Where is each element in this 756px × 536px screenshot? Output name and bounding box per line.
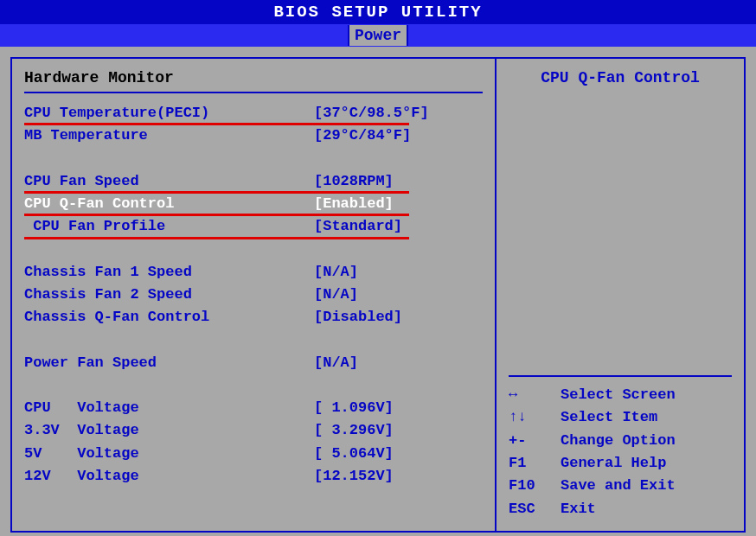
setting-label: 5V Voltage (24, 443, 314, 465)
help-title: CPU Q-Fan Control (509, 69, 732, 86)
rows-container: CPU Temperature(PECI)[37°C/98.5°F]MB Tem… (24, 102, 483, 488)
setting-row[interactable]: 5V Voltage[ 5.064V] (24, 443, 483, 465)
setting-label: CPU Fan Speed (24, 170, 314, 193)
setting-row[interactable]: CPU Temperature(PECI)[37°C/98.5°F] (24, 102, 483, 124)
red-underline (24, 191, 409, 194)
setting-row[interactable]: 12V Voltage[12.152V] (24, 465, 483, 488)
help-divider (509, 375, 732, 377)
setting-value: [Enabled] (314, 193, 394, 215)
setting-value: [Standard] (314, 215, 402, 238)
key-hints: ↔Select Screen↑↓Select Item+-Change Opti… (509, 375, 732, 520)
setting-value: [ 3.296V] (314, 419, 394, 442)
setting-value: [N/A] (314, 284, 358, 306)
setting-value: [ 1.096V] (314, 397, 394, 419)
key-hint-row: ↔Select Screen (509, 384, 732, 406)
key-desc: Select Item (561, 406, 657, 429)
setting-row[interactable]: CPU Q-Fan Control[Enabled] (24, 193, 483, 215)
key-hint-row: ↑↓Select Item (509, 406, 732, 429)
setting-row[interactable]: CPU Voltage[ 1.096V] (24, 397, 483, 419)
bios-title-bar: BIOS SETUP UTILITY (0, 0, 756, 24)
setting-value: [Disabled] (314, 306, 402, 329)
setting-row[interactable]: Power Fan Speed[N/A] (24, 352, 483, 374)
setting-row[interactable]: Chassis Fan 2 Speed[N/A] (24, 284, 483, 306)
key-label: ↔ (509, 384, 561, 406)
setting-row[interactable]: Chassis Q-Fan Control[Disabled] (24, 306, 483, 329)
key-desc: Change Option (561, 430, 676, 452)
setting-label: 3.3V Voltage (24, 419, 314, 442)
setting-value: [12.152V] (314, 465, 394, 488)
setting-label: CPU Q-Fan Control (24, 193, 314, 215)
setting-label: Chassis Fan 1 Speed (24, 261, 314, 284)
key-label: ↑↓ (509, 406, 561, 429)
key-label: +- (509, 430, 561, 452)
key-desc: Save and Exit (561, 475, 676, 497)
settings-panel: Hardware Monitor CPU Temperature(PECI)[3… (10, 57, 495, 533)
key-hint-row: +-Change Option (509, 430, 732, 452)
setting-label: Power Fan Speed (24, 352, 314, 374)
setting-label: CPU Fan Profile (24, 215, 314, 238)
row-spacer (24, 374, 483, 397)
key-label: F1 (509, 452, 561, 475)
setting-label: CPU Voltage (24, 397, 314, 419)
key-label: ESC (509, 498, 561, 520)
setting-row[interactable]: MB Temperature[29°C/84°F] (24, 124, 483, 147)
setting-label: Chassis Q-Fan Control (24, 306, 314, 329)
row-spacer (24, 148, 483, 170)
tab-power[interactable]: Power (348, 25, 408, 46)
setting-row[interactable]: 3.3V Voltage[ 3.296V] (24, 419, 483, 442)
setting-label: Chassis Fan 2 Speed (24, 284, 314, 306)
red-underline (24, 214, 409, 216)
setting-label: 12V Voltage (24, 465, 314, 488)
main-area: Hardware Monitor CPU Temperature(PECI)[3… (0, 47, 756, 536)
menu-bar: Power (0, 24, 756, 47)
setting-value: [1028RPM] (314, 170, 394, 193)
setting-value: [37°C/98.5°F] (314, 102, 429, 124)
key-hint-row: ESCExit (509, 498, 732, 520)
key-desc: Select Screen (561, 384, 676, 406)
key-hint-row: F10Save and Exit (509, 475, 732, 497)
setting-label: CPU Temperature(PECI) (24, 102, 314, 124)
key-desc: General Help (561, 452, 666, 475)
row-spacer (24, 329, 483, 352)
setting-label: MB Temperature (24, 124, 314, 147)
setting-value: [29°C/84°F] (314, 124, 411, 147)
key-hint-row: F1General Help (509, 452, 732, 475)
divider (24, 92, 483, 93)
setting-value: [N/A] (314, 261, 358, 284)
section-title: Hardware Monitor (24, 69, 483, 86)
setting-value: [ 5.064V] (314, 443, 394, 465)
setting-row[interactable]: CPU Fan Profile[Standard] (24, 215, 483, 238)
row-spacer (24, 239, 483, 261)
setting-value: [N/A] (314, 352, 358, 374)
red-underline (24, 237, 409, 239)
setting-row[interactable]: CPU Fan Speed[1028RPM] (24, 170, 483, 193)
setting-row[interactable]: Chassis Fan 1 Speed[N/A] (24, 261, 483, 284)
key-label: F10 (509, 475, 561, 497)
help-panel: CPU Q-Fan Control ↔Select Screen↑↓Select… (495, 57, 746, 533)
bios-title: BIOS SETUP UTILITY (273, 3, 482, 22)
red-underline (24, 123, 409, 125)
key-desc: Exit (561, 498, 596, 520)
